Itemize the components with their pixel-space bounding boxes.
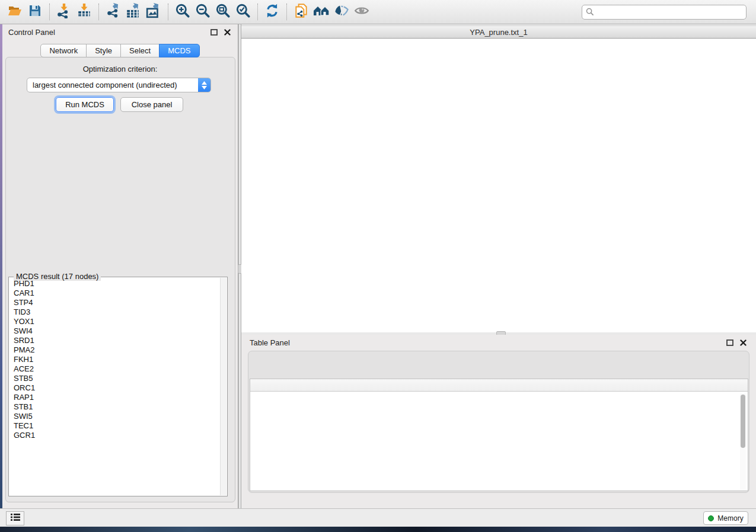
mcds-result-item[interactable]: ACE2: [9, 364, 219, 374]
status-bar: Memory: [0, 508, 756, 527]
save-button[interactable]: [25, 2, 45, 21]
mcds-result-item[interactable]: SWI5: [9, 412, 219, 421]
table-scrollbar-thumb[interactable]: [741, 395, 745, 448]
toolbar-separator: [257, 4, 258, 20]
refresh-button[interactable]: [262, 2, 282, 21]
tab-mcds[interactable]: MCDS: [159, 44, 199, 57]
export-table-button[interactable]: [123, 2, 143, 21]
open-folder-button[interactable]: [5, 2, 25, 21]
import-table-icon: [76, 3, 92, 21]
mcds-result-title: MCDS result (17 nodes): [14, 272, 101, 281]
open-folder-icon: [7, 4, 23, 20]
table-header-row: [250, 379, 748, 392]
export-image-button[interactable]: [143, 2, 164, 21]
control-panel-title: Control Panel: [8, 28, 55, 37]
search-icon: [586, 7, 594, 18]
memory-status-icon: [708, 515, 714, 521]
zoom-fit-icon: [215, 3, 231, 21]
network-window: YPA_prune.txt_1: [241, 24, 756, 332]
control-panel-tabs: NetworkStyleSelectMCDS: [2, 44, 238, 57]
tab-style[interactable]: Style: [86, 44, 121, 57]
export-network-button[interactable]: [103, 2, 123, 21]
copy-network-icon: [294, 3, 309, 21]
zoom-out-button[interactable]: [193, 2, 213, 21]
close-window-icon[interactable]: [247, 29, 254, 36]
memory-button[interactable]: Memory: [703, 511, 748, 525]
search-box[interactable]: [582, 5, 747, 20]
refresh-icon: [264, 3, 280, 21]
task-history-button[interactable]: [6, 511, 24, 525]
eye-button[interactable]: [352, 2, 372, 21]
table-panel-header: Table Panel: [241, 335, 756, 350]
select-stepper-icon: [198, 78, 210, 92]
mcds-result-item[interactable]: STB1: [9, 402, 219, 412]
zoom-fit-button[interactable]: [213, 2, 233, 21]
mcds-result-item[interactable]: STB5: [9, 374, 219, 383]
network-canvas[interactable]: [241, 39, 756, 332]
toggle-panels-icon: [333, 3, 350, 21]
desktop-wallpaper-bottom: [0, 527, 756, 532]
zoom-in-button[interactable]: [173, 2, 193, 21]
list-icon: [11, 513, 20, 524]
zoom-selected-icon: [235, 3, 251, 21]
mcds-result-list[interactable]: PHD1CAR1STP4TID3YOX1SWI4SRD1PMA2FKH1ACE2…: [9, 279, 219, 495]
table-scrollbar[interactable]: [740, 393, 746, 490]
main-toolbar: [0, 0, 756, 24]
mcds-result-item[interactable]: ORC1: [9, 383, 219, 393]
close-panel-button[interactable]: Close panel: [120, 97, 183, 112]
copy-network-button[interactable]: [291, 2, 311, 21]
zoom-in-icon: [175, 3, 190, 21]
import-network-icon: [56, 3, 72, 21]
network-window-titlebar[interactable]: YPA_prune.txt_1: [241, 25, 756, 39]
memory-label: Memory: [717, 514, 743, 523]
mcds-result-item[interactable]: STP4: [9, 298, 219, 307]
toolbar-separator: [49, 4, 50, 20]
home-icon: [313, 4, 330, 20]
network-window-title: YPA_prune.txt_1: [241, 28, 756, 37]
mcds-result-item[interactable]: RAP1: [9, 393, 219, 402]
float-table-panel-icon[interactable]: [725, 338, 734, 347]
table-panel-body: [248, 351, 749, 493]
import-network-button[interactable]: [54, 2, 74, 21]
mcds-result-item[interactable]: GCR1: [9, 431, 219, 440]
run-mcds-button[interactable]: Run MCDS: [56, 97, 114, 112]
mcds-result-item[interactable]: FKH1: [9, 355, 219, 364]
mcds-result-item[interactable]: SWI4: [9, 326, 219, 336]
toolbar-separator: [98, 4, 99, 20]
optimization-criterion-value: largest connected component (undirected): [27, 81, 198, 89]
toolbar-separator: [168, 4, 168, 20]
close-panel-icon[interactable]: [223, 28, 232, 37]
control-panel-header: Control Panel: [2, 24, 238, 40]
mcds-result-box: PHD1CAR1STP4TID3YOX1SWI4SRD1PMA2FKH1ACE2…: [8, 277, 228, 496]
float-panel-icon[interactable]: [209, 28, 218, 37]
optimization-criterion-select[interactable]: largest connected component (undirected): [27, 78, 211, 92]
search-input[interactable]: [596, 8, 742, 17]
mcds-result-item[interactable]: SRD1: [9, 336, 219, 345]
mcds-result-item[interactable]: TID3: [9, 307, 219, 317]
zoom-selected-button[interactable]: [233, 2, 253, 21]
zoom-out-icon: [195, 3, 210, 21]
optimization-criterion-label: Optimization criterion:: [2, 65, 238, 73]
mcds-list-scrollbar[interactable]: [220, 278, 227, 495]
export-table-icon: [126, 3, 141, 21]
control-panel: Control Panel NetworkStyleSelectMCDS Opt…: [2, 24, 238, 508]
save-icon: [28, 4, 42, 20]
toggle-panels-button[interactable]: [331, 2, 352, 21]
toolbar-separator: [286, 4, 287, 20]
tab-network[interactable]: Network: [40, 44, 87, 57]
node-table: [250, 379, 748, 491]
eye-icon: [353, 3, 370, 21]
maximize-window-icon[interactable]: [270, 29, 277, 36]
export-image-icon: [146, 3, 161, 21]
minimize-window-icon[interactable]: [259, 29, 266, 36]
tab-select[interactable]: Select: [120, 44, 160, 57]
table-panel: Table Panel: [241, 335, 756, 508]
export-network-icon: [106, 3, 121, 21]
import-table-button[interactable]: [74, 2, 94, 21]
mcds-result-item[interactable]: CAR1: [9, 289, 219, 298]
home-button[interactable]: [311, 2, 331, 21]
mcds-result-item[interactable]: PMA2: [9, 345, 219, 355]
mcds-result-item[interactable]: TEC1: [9, 421, 219, 431]
mcds-result-item[interactable]: YOX1: [9, 317, 219, 326]
close-table-panel-icon[interactable]: [739, 338, 748, 347]
